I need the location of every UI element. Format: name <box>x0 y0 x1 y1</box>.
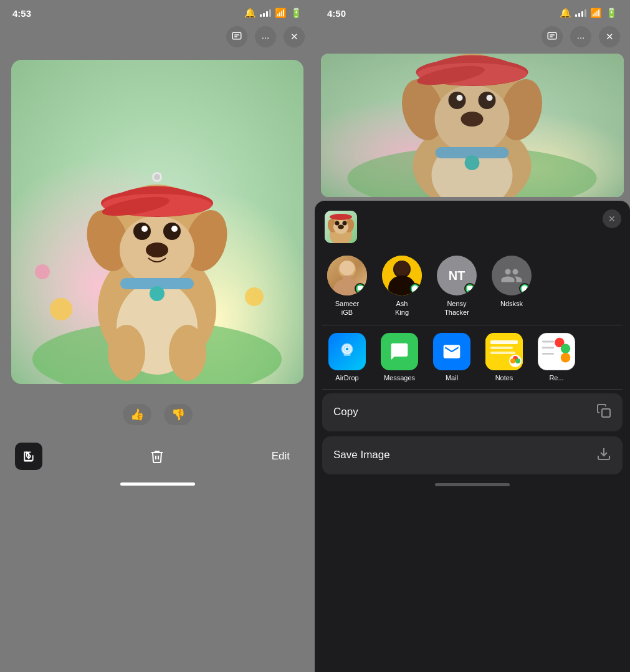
signal-icon-left <box>260 9 271 17</box>
dog-image-left <box>11 60 303 384</box>
apps-divider <box>322 389 623 390</box>
svg-point-57 <box>343 221 347 226</box>
svg-point-50 <box>465 155 480 170</box>
svg-point-17 <box>171 226 178 232</box>
save-image-action[interactable]: Save Image <box>322 436 623 474</box>
app-notes[interactable]: Notes <box>482 333 527 382</box>
contact-ndsksk[interactable]: Ndsksk <box>489 256 534 317</box>
app-mail[interactable]: Mail <box>429 333 474 382</box>
copy-action[interactable]: Copy <box>322 393 623 431</box>
bottom-toolbar-left: Edit <box>0 435 315 482</box>
edit-button[interactable]: Edit <box>272 450 290 463</box>
home-indicator-right <box>435 483 510 486</box>
dog-illustration-right <box>321 54 624 197</box>
reminders-icon <box>538 333 575 370</box>
share-thumbnail <box>325 211 357 243</box>
svg-point-62 <box>340 261 355 276</box>
svg-point-58 <box>338 225 344 229</box>
app-reminders[interactable]: Re... <box>534 333 579 382</box>
svg-rect-71 <box>490 347 513 349</box>
thumbs-down-button[interactable]: 👎 <box>164 404 193 425</box>
status-bar-left: 4:53 🔔 📶 🔋 <box>0 0 315 24</box>
app-messages[interactable]: Messages <box>377 333 422 382</box>
svg-point-56 <box>335 221 340 226</box>
svg-point-68 <box>345 347 350 351</box>
dog-illustration-left <box>11 60 303 384</box>
svg-rect-84 <box>602 409 610 417</box>
contact-icon-ndsksk <box>500 264 523 287</box>
bell-icon-left: 🔔 <box>244 7 256 19</box>
contact-sameer[interactable]: SameeriGB <box>325 256 370 317</box>
top-controls-right: ··· ✕ <box>315 24 630 50</box>
svg-point-16 <box>141 226 148 232</box>
contact-badge-ndsksk <box>519 283 530 294</box>
app-name-airdrop: AirDrop <box>335 374 358 382</box>
home-indicator-left <box>120 482 195 486</box>
svg-point-23 <box>154 174 160 180</box>
svg-point-15 <box>163 223 181 240</box>
svg-point-7 <box>35 264 50 279</box>
svg-point-44 <box>461 112 484 127</box>
close-button-left[interactable]: ✕ <box>284 26 305 47</box>
contact-badge-sameer <box>355 283 366 294</box>
contact-nt[interactable]: NT NensyThacker <box>434 256 479 317</box>
svg-point-27 <box>169 325 206 381</box>
svg-point-14 <box>133 223 151 240</box>
thumb-buttons: 👍 👎 <box>0 394 315 435</box>
svg-point-43 <box>487 95 493 101</box>
svg-point-66 <box>394 261 409 276</box>
apps-row: AirDrop Messages Mail <box>315 325 630 389</box>
app-name-messages: Messages <box>384 374 415 382</box>
more-icon-left: ··· <box>262 32 270 42</box>
share-sheet: ✕ <box>315 201 630 672</box>
contact-avatar-ash <box>382 256 422 295</box>
svg-point-75 <box>515 358 520 363</box>
notes-icon <box>485 333 523 370</box>
contact-badge-nt <box>464 283 475 294</box>
svg-rect-72 <box>490 352 515 354</box>
wifi-icon-right: 📶 <box>590 7 602 19</box>
svg-point-5 <box>50 298 72 320</box>
status-icons-right: 🔔 📶 🔋 <box>560 7 618 19</box>
svg-point-80 <box>561 353 570 362</box>
svg-rect-82 <box>542 347 554 348</box>
caption-button-left[interactable] <box>226 26 247 47</box>
contact-ash[interactable]: AshKing <box>379 256 424 317</box>
contact-name-sameer: SameeriGB <box>335 299 360 317</box>
thumbs-up-button[interactable]: 👍 <box>123 404 151 425</box>
more-button-left[interactable]: ··· <box>255 26 276 47</box>
time-right: 4:50 <box>327 8 346 19</box>
bell-icon-right: 🔔 <box>560 7 571 19</box>
app-name-mail: Mail <box>446 374 458 382</box>
app-airdrop[interactable]: AirDrop <box>325 333 370 382</box>
time-left: 4:53 <box>12 8 31 19</box>
dog-image-right <box>321 54 624 197</box>
more-icon-right: ··· <box>577 32 585 42</box>
airdrop-icon <box>328 333 366 370</box>
contact-avatar-sameer <box>327 256 367 295</box>
more-button-right[interactable]: ··· <box>570 26 591 47</box>
close-icon-share: ✕ <box>608 214 616 224</box>
share-sheet-header: ✕ <box>315 201 630 248</box>
contact-name-ash: AshKing <box>395 299 409 317</box>
svg-point-18 <box>146 242 168 257</box>
app-name-notes: Notes <box>495 374 513 382</box>
share-thumb-dog <box>325 211 357 243</box>
messages-icon <box>381 333 418 370</box>
svg-rect-0 <box>232 32 241 39</box>
close-button-right[interactable]: ✕ <box>599 26 620 47</box>
trash-button[interactable] <box>150 449 165 464</box>
share-button[interactable] <box>15 443 42 470</box>
contact-name-ndsksk: Ndsksk <box>500 299 523 308</box>
svg-rect-81 <box>542 340 554 342</box>
svg-point-6 <box>245 287 264 306</box>
battery-icon-right: 🔋 <box>606 7 618 19</box>
contact-badge-ash <box>409 283 421 294</box>
contact-avatar-nt: NT <box>437 256 477 295</box>
share-close-button[interactable]: ✕ <box>603 209 621 228</box>
contact-name-nt: NensyThacker <box>444 299 469 317</box>
copy-label: Copy <box>333 406 358 418</box>
caption-button-right[interactable] <box>542 26 563 47</box>
contact-initials-nt: NT <box>449 269 465 283</box>
copy-icon <box>596 403 611 421</box>
